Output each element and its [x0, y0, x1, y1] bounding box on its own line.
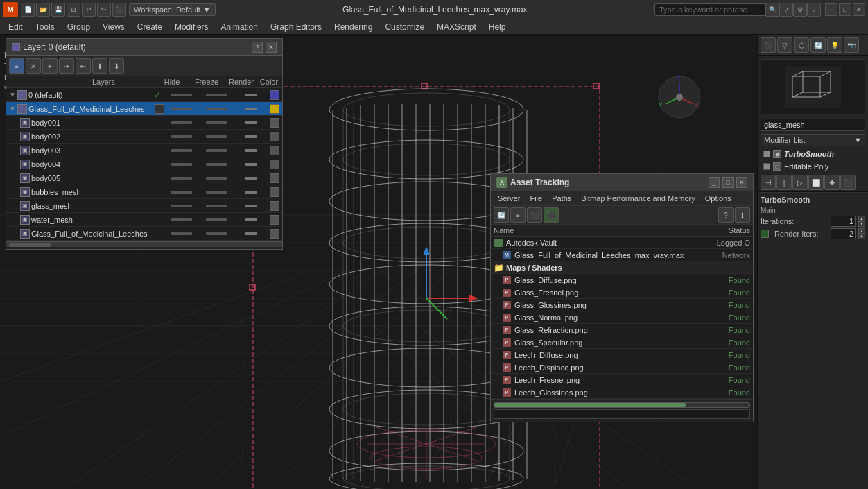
close-btn[interactable]: ✕: [853, 3, 865, 16]
menu-modifiers[interactable]: Modifiers: [169, 21, 214, 33]
rp-tool-5[interactable]: ✚: [824, 175, 840, 190]
layer-btn-4[interactable]: ⇥: [59, 58, 74, 74]
layer-add-btn[interactable]: +: [42, 58, 58, 74]
render-iters-spinner[interactable]: ▲ ▼: [858, 228, 865, 239]
iterations-up[interactable]: ▲: [858, 216, 865, 221]
menu-edit[interactable]: Edit: [3, 21, 28, 33]
asset-tb-2[interactable]: ≡: [510, 207, 526, 223]
asset-minimize-btn[interactable]: _: [709, 177, 720, 188]
render-iters-input[interactable]: [831, 228, 856, 239]
layer-btn-6[interactable]: ⬆: [92, 58, 107, 74]
menu-group[interactable]: Group: [62, 21, 96, 33]
asset-row-vault[interactable]: Autodesk Vault Logged O: [491, 237, 753, 249]
asset-row-leech-displace[interactable]: P Leech_Displace.png Found: [491, 361, 753, 374]
minimize-btn[interactable]: −: [825, 3, 837, 16]
asset-row-glass-normal[interactable]: P Glass_Normal.png Found: [491, 311, 753, 324]
layer-row-glass-full[interactable]: ▼ L Glass_Full_of_Medicinal_Leeches: [6, 102, 282, 116]
iterations-spinner[interactable]: ▲ ▼: [858, 216, 865, 227]
help-btn-3[interactable]: ?: [807, 3, 821, 17]
menu-tools[interactable]: Tools: [30, 21, 60, 33]
asset-tb-help[interactable]: ?: [718, 207, 734, 223]
asset-maximize-btn[interactable]: □: [722, 177, 734, 188]
asset-tb-1[interactable]: 🔄: [494, 207, 509, 223]
asset-row-glass-glossines[interactable]: P Glass_Glossines.png Found: [491, 299, 753, 311]
layer-dialog-scrollbar[interactable]: [6, 241, 282, 249]
layer-list[interactable]: ▼ L 0 (default) ✓ ▼ L Glass_Full_of_Medi…: [6, 88, 282, 241]
asset-row-leech-diffuse[interactable]: P Leech_Diffuse.png Found: [491, 349, 753, 361]
layer-row-glass-full-sub[interactable]: ▣ Glass_Full_of_Medicinal_Leeches: [6, 227, 282, 241]
asset-row-max-file[interactable]: M Glass_Full_of_Medicinal_Leeches_max_vr…: [491, 249, 753, 261]
rp-icon-1[interactable]: ⬛: [761, 37, 776, 53]
rp-icon-6[interactable]: 📷: [844, 37, 859, 53]
new-btn[interactable]: 📄: [21, 3, 35, 17]
asset-menu-options[interactable]: Options: [701, 193, 736, 204]
layer-dialog-close-btn[interactable]: ✕: [266, 42, 277, 53]
asset-row-maps-folder[interactable]: 📁 Maps / Shaders: [491, 261, 753, 274]
layer-btn-7[interactable]: ⬇: [109, 58, 124, 74]
help-btn-2[interactable]: ⚙: [793, 3, 807, 17]
asset-row-glass-refraction[interactable]: P Glass_Refraction.png Found: [491, 324, 753, 336]
rp-tool-2[interactable]: |: [776, 175, 792, 190]
layer-row-body004[interactable]: ▣ body004: [6, 157, 282, 171]
asset-menu-server[interactable]: Server: [494, 193, 524, 204]
search-icon[interactable]: 🔍: [765, 3, 779, 17]
menu-views[interactable]: Views: [97, 21, 130, 33]
modifier-editable-poly[interactable]: □ Editable Poly: [761, 161, 865, 172]
layer-tab-1[interactable]: ≡: [9, 58, 24, 74]
maximize-btn[interactable]: □: [839, 3, 851, 16]
asset-row-glass-specular[interactable]: P Glass_Specular.png Found: [491, 336, 753, 349]
asset-menu-file[interactable]: File: [526, 193, 546, 204]
open-btn[interactable]: 📂: [36, 3, 50, 17]
menu-maxscript[interactable]: MAXScript: [431, 21, 482, 33]
layer-row-body005[interactable]: ▣ body005: [6, 171, 282, 185]
asset-row-glass-fresnel[interactable]: P Glass_Fresnel.png Found: [491, 286, 753, 299]
tb-btn-4[interactable]: ⊞: [67, 3, 80, 17]
layer-row-bubbles[interactable]: ▣ bubbles_mesh: [6, 185, 282, 199]
render-iters-up[interactable]: ▲: [858, 228, 865, 234]
menu-customize[interactable]: Customize: [379, 21, 430, 33]
layer-delete-btn[interactable]: ✕: [26, 58, 41, 74]
render-iters-checkbox[interactable]: [761, 230, 769, 238]
help-btn-1[interactable]: ?: [779, 3, 793, 17]
menu-animation[interactable]: Animation: [216, 21, 263, 33]
asset-tb-4[interactable]: ⬛: [544, 207, 559, 223]
asset-row-glass-diffuse[interactable]: P Glass_Diffuse.png Found: [491, 274, 753, 286]
rp-icon-3[interactable]: ⬡: [794, 37, 809, 53]
editable-poly-check[interactable]: [763, 163, 770, 170]
layer-row-body001[interactable]: ▣ body001: [6, 116, 282, 130]
asset-row-leech-fresnel[interactable]: P Leech_Fresnel.png Found: [491, 374, 753, 386]
menu-rendering[interactable]: Rendering: [329, 21, 378, 33]
rp-icon-4[interactable]: 🔄: [810, 37, 826, 53]
asset-menu-paths[interactable]: Paths: [548, 193, 575, 204]
layer-btn-5[interactable]: ⇤: [76, 58, 91, 74]
redo-btn[interactable]: ↪: [97, 3, 111, 17]
asset-row-leech-glossines[interactable]: P Leech_Glossines.png Found: [491, 386, 753, 399]
modifier-list-dropdown[interactable]: Modifier List ▼: [761, 134, 865, 146]
menu-create[interactable]: Create: [132, 21, 168, 33]
iterations-input[interactable]: [831, 216, 856, 227]
asset-list[interactable]: Autodesk Vault Logged O M Glass_Full_of_…: [491, 237, 753, 399]
iterations-down[interactable]: ▼: [858, 221, 865, 227]
asset-close-btn[interactable]: ✕: [736, 177, 747, 188]
rp-tool-4[interactable]: ⬜: [808, 175, 824, 190]
asset-tb-info[interactable]: ℹ: [735, 207, 750, 223]
workspace-dropdown[interactable]: Workspace: Default ▼: [129, 3, 216, 16]
modifier-turbosmooth[interactable]: ◆ TurboSmooth: [761, 148, 865, 160]
rp-tool-6[interactable]: ⬛: [840, 175, 856, 190]
menu-graph-editors[interactable]: Graph Editors: [265, 21, 327, 33]
rp-tool-1[interactable]: ⊣: [761, 175, 776, 190]
layer-row-glass-mesh[interactable]: ▣ glass_mesh: [6, 199, 282, 213]
save-btn[interactable]: 💾: [51, 3, 65, 17]
tb-btn-7[interactable]: ⬛: [112, 3, 126, 17]
object-name-box[interactable]: glass_mesh: [761, 119, 865, 131]
rp-icon-2[interactable]: ▽: [777, 37, 792, 53]
layer-row-body003[interactable]: ▣ body003: [6, 144, 282, 157]
search-box[interactable]: Type a keyword or phrase: [654, 3, 765, 16]
asset-menu-bitmap[interactable]: Bitmap Performance and Memory: [577, 193, 699, 204]
undo-btn[interactable]: ↩: [82, 3, 96, 17]
menu-help[interactable]: Help: [483, 21, 512, 33]
rp-tool-3[interactable]: ▷: [792, 175, 808, 190]
layer-row-default[interactable]: ▼ L 0 (default) ✓: [6, 88, 282, 102]
render-iters-down[interactable]: ▼: [858, 234, 865, 239]
layer-dialog-question-btn[interactable]: ?: [252, 42, 263, 53]
